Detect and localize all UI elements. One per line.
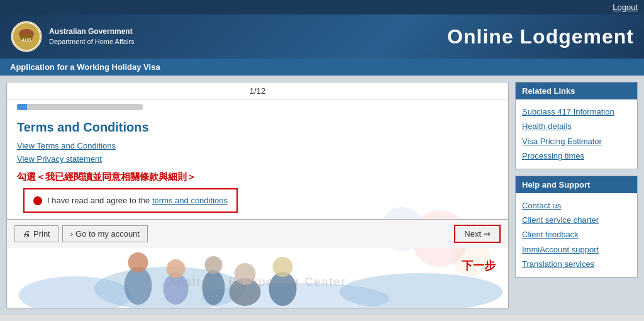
- action-bar: 🖨 Print › Go to my account Next ⇒: [7, 219, 508, 248]
- header-top: Logout: [0, 0, 644, 14]
- arrow-right-icon: ⇒: [484, 229, 491, 239]
- instruction-text: 勾選＜我已經閱讀並同意相關條款與細則＞: [17, 171, 498, 183]
- action-left: 🖨 Print › Go to my account: [14, 225, 148, 242]
- print-icon: 🖨: [23, 229, 31, 239]
- watermark: Australia Backpacker Center: [169, 276, 346, 289]
- page-title: Online Lodgement: [447, 25, 634, 48]
- svg-point-21: [273, 257, 293, 277]
- next-button[interactable]: Next ⇒: [454, 225, 501, 243]
- help-support-header: Help and Support: [516, 176, 637, 193]
- nav-bar: Application for a Working Holiday Visa: [0, 59, 644, 76]
- view-terms-row: View Terms and Conditions: [17, 141, 498, 150]
- sidebar-link-translation[interactable]: Translation services: [522, 257, 631, 271]
- content-area: 1/12 Terms and Conditions View Terms and…: [6, 82, 509, 308]
- view-privacy-link[interactable]: View Privacy statement: [17, 154, 102, 164]
- content-inner: Terms and Conditions View Terms and Cond…: [7, 114, 508, 219]
- svg-text:AUS: AUS: [22, 38, 31, 42]
- radio-dot-icon: [33, 196, 42, 205]
- view-terms-link[interactable]: View Terms and Conditions: [17, 141, 116, 150]
- coat-of-arms-icon: AUS: [10, 20, 43, 53]
- sidebar-link-client-feedback[interactable]: Client feedback: [522, 227, 631, 242]
- sidebar-link-processing[interactable]: Processing times: [522, 149, 631, 163]
- terms-title: Terms and Conditions: [17, 120, 498, 135]
- progress-bar-bg: [17, 104, 143, 110]
- svg-point-8: [340, 273, 503, 308]
- gov-text: Australian Government Department of Home…: [49, 26, 135, 47]
- application-title: Application for a Working Holiday Visa: [10, 62, 160, 72]
- svg-point-17: [205, 256, 223, 274]
- sidebar-link-client-charter[interactable]: Client service charter: [522, 213, 631, 227]
- sidebar: Related Links Subclass 417 Information H…: [515, 82, 638, 308]
- sidebar-link-contact[interactable]: Contact us: [522, 198, 631, 213]
- sidebar-link-visa-pricing[interactable]: Visa Pricing Estimator: [522, 134, 631, 149]
- view-privacy-row: View Privacy statement: [17, 154, 498, 164]
- help-links-list: Contact us Client service charter Client…: [516, 193, 637, 277]
- help-support-section: Help and Support Contact us Client servi…: [515, 176, 638, 278]
- svg-point-13: [128, 252, 148, 273]
- related-links-header: Related Links: [516, 82, 637, 99]
- related-links-list: Subclass 417 Information Health details …: [516, 99, 637, 169]
- step-counter: 1/12: [7, 82, 508, 100]
- chevron-right-icon: ›: [70, 229, 73, 239]
- terms-conditions-link[interactable]: terms and conditions: [152, 196, 228, 205]
- sidebar-link-health[interactable]: Health details: [522, 119, 631, 133]
- progress-bar-area: [7, 100, 508, 114]
- checkbox-label: I have read and agree to the terms and c…: [47, 196, 228, 205]
- print-button[interactable]: 🖨 Print: [14, 225, 58, 242]
- next-step-label: 下一步: [462, 258, 496, 273]
- account-button[interactable]: › Go to my account: [62, 225, 148, 242]
- checkbox-box[interactable]: I have read and agree to the terms and c…: [23, 188, 238, 213]
- sidebar-link-subclass[interactable]: Subclass 417 Information: [522, 104, 631, 119]
- related-links-section: Related Links Subclass 417 Information H…: [515, 82, 638, 169]
- footer: Accessibility Online Security Privacy Co…: [0, 315, 644, 321]
- progress-bar-fill: [17, 104, 27, 110]
- main-layout: 1/12 Terms and Conditions View Terms and…: [0, 76, 644, 315]
- gov-logo: AUS Australian Government Department of …: [10, 20, 135, 53]
- sidebar-link-immiaccount[interactable]: ImmiAccount support: [522, 242, 631, 257]
- logout-link[interactable]: Logout: [613, 3, 638, 12]
- header-main: AUS Australian Government Department of …: [0, 14, 644, 59]
